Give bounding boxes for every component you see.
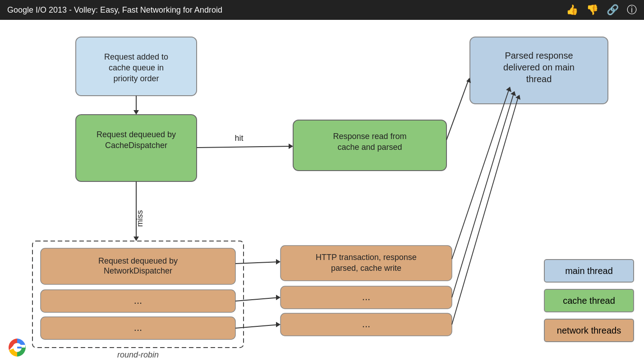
svg-line-38 <box>446 79 469 140</box>
svg-line-48 <box>235 297 280 301</box>
legend: main thread cache thread network threads <box>544 259 634 342</box>
svg-line-40 <box>452 88 510 259</box>
svg-marker-47 <box>276 259 281 265</box>
svg-rect-23 <box>281 246 452 281</box>
google-logo <box>7 338 27 357</box>
svg-text:thread: thread <box>526 74 552 84</box>
topbar: Google I/O 2013 - Volley: Easy, Fast Net… <box>0 0 644 20</box>
svg-line-42 <box>452 92 514 297</box>
svg-line-44 <box>452 96 519 325</box>
topbar-title: Google I/O 2013 - Volley: Easy, Fast Net… <box>7 5 222 15</box>
svg-text:priority order: priority order <box>113 74 159 83</box>
share-icon[interactable]: 🔗 <box>607 4 619 16</box>
svg-text:CacheDispatcher: CacheDispatcher <box>105 141 167 150</box>
topbar-icons: 👍 👎 🔗 ⓘ <box>566 3 637 17</box>
thumbs-down-icon[interactable]: 👎 <box>586 4 598 16</box>
svg-text:round-robin: round-robin <box>117 350 159 359</box>
svg-text:...: ... <box>362 291 370 302</box>
svg-marker-33 <box>289 144 293 149</box>
legend-cache-thread: cache thread <box>544 289 634 312</box>
svg-text:cache queue in: cache queue in <box>109 63 164 72</box>
svg-text:NetworkDispatcher: NetworkDispatcher <box>104 266 172 275</box>
svg-text:HTTP transaction, response: HTTP transaction, response <box>316 253 417 262</box>
svg-marker-36 <box>133 237 139 241</box>
info-icon[interactable]: ⓘ <box>627 3 637 17</box>
svg-marker-49 <box>276 295 281 300</box>
thumbs-up-icon[interactable]: 👍 <box>566 4 578 16</box>
svg-text:...: ... <box>134 295 142 306</box>
svg-text:hit: hit <box>235 134 243 143</box>
svg-rect-53 <box>17 347 22 348</box>
svg-marker-31 <box>133 110 139 115</box>
svg-text:parsed, cache write: parsed, cache write <box>331 264 401 273</box>
legend-network-threads: network threads <box>544 319 634 342</box>
svg-text:delivered on main: delivered on main <box>503 62 575 72</box>
svg-text:Request dequeued by: Request dequeued by <box>97 130 176 139</box>
svg-text:Request added to: Request added to <box>104 52 168 61</box>
svg-text:Request dequeued by: Request dequeued by <box>98 256 178 265</box>
svg-text:cache and parsed: cache and parsed <box>337 143 402 152</box>
svg-line-32 <box>197 146 292 148</box>
svg-text:...: ... <box>362 318 370 330</box>
svg-text:miss: miss <box>135 210 144 227</box>
legend-main-thread: main thread <box>544 259 634 283</box>
svg-marker-51 <box>276 322 281 327</box>
svg-line-46 <box>235 262 280 264</box>
main-content: Request added to cache queue in priority… <box>0 20 644 362</box>
svg-text:...: ... <box>134 322 142 333</box>
svg-line-50 <box>235 325 280 328</box>
svg-text:Parsed response: Parsed response <box>505 51 573 60</box>
svg-text:Response read from: Response read from <box>333 132 406 141</box>
